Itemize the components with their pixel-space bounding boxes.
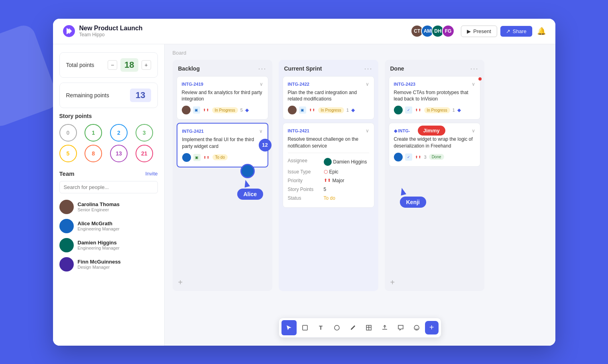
search-people-input[interactable] — [59, 181, 158, 193]
decrease-points-button[interactable]: − — [108, 60, 117, 70]
card-title: Plan the the card integration and relate… — [288, 89, 369, 103]
member-avatar — [59, 200, 74, 214]
card-intg-2421-sprint[interactable]: INTG-2421 ∨ Resolve timeout challenge on… — [283, 123, 374, 208]
card-badge: In Progress — [318, 107, 344, 113]
member-role: Senior Engineer — [78, 207, 120, 212]
card-badge: In Progress — [424, 107, 450, 113]
card-title: Remove CTAs from prototypes that lead ba… — [394, 89, 475, 103]
share-button[interactable]: ↗ Share — [500, 26, 532, 37]
notification-bell-icon[interactable]: 🔔 — [537, 27, 546, 35]
remaining-points-label: Remaining points — [66, 92, 109, 98]
remaining-points-card: Remaining points 13 — [59, 83, 158, 108]
story-points-grid: 0 1 2 3 5 8 13 21 — [59, 124, 158, 162]
tool-pen-button[interactable] — [345, 320, 360, 335]
card-footer: ▣ ⬆⬆ In Progress 5 ◆ — [182, 106, 263, 114]
card-avatar — [288, 106, 297, 114]
tool-table-button[interactable] — [361, 320, 376, 335]
tool-text-button[interactable]: T — [313, 320, 329, 335]
card-intg-2423[interactable]: INTG-2423 ∨ Remove CTAs from prototypes … — [389, 76, 480, 120]
sp-chip-8[interactable]: 8 — [85, 145, 102, 162]
detail-sp-row: Story Points 5 — [288, 185, 369, 194]
sp-chip-5[interactable]: 5 — [59, 145, 77, 162]
board-label: Board — [165, 44, 555, 58]
column-title-done: Done — [390, 65, 404, 72]
detail-priority-row: Priority ⬆⬆ Major — [288, 176, 369, 185]
detail-issue-row: Issue Type ⬡ Epic — [288, 167, 369, 176]
invite-button[interactable]: Invite — [145, 171, 157, 177]
card-intg-2422[interactable]: INTG-2422 ∨ Plan the the card integratio… — [283, 76, 374, 120]
card-title: Implement the final UI for the third par… — [182, 136, 263, 150]
add-card-done[interactable]: + — [385, 275, 484, 291]
column-title-current: Current Sprint — [284, 65, 322, 72]
add-card-backlog[interactable]: + — [173, 275, 272, 291]
card-id: INTG-2422 — [288, 82, 309, 87]
member-role: Design Manager — [78, 265, 121, 270]
detail-issue-label: Issue Type — [288, 169, 324, 175]
column-body-done: INTG-2423 ∨ Remove CTAs from prototypes … — [385, 76, 484, 275]
card-avatar — [182, 106, 191, 114]
card-priority-icon: ⬆⬆ — [203, 154, 210, 161]
card-intg-2419[interactable]: INTG-2419 ∨ Review and fix analytics for… — [177, 76, 268, 120]
avatar: FG — [442, 25, 455, 37]
detail-priority-label: Priority — [288, 178, 324, 183]
tool-emoji-button[interactable] — [409, 320, 424, 335]
column-header-current: Current Sprint ··· — [279, 60, 378, 76]
detail-status-value: To do — [324, 195, 335, 201]
member-role: Engineering Manager — [78, 246, 120, 250]
member-info: Finn McGuinness Design Manager — [78, 259, 121, 270]
card-num: 5 — [240, 108, 243, 112]
card-title: Create the widget to wrap the logic of d… — [394, 136, 475, 150]
card-priority-icon: ⬆⬆ — [309, 106, 316, 114]
card-badge: To do — [213, 154, 228, 160]
project-info: New Product Launch Team Hippo — [79, 25, 411, 37]
column-menu-backlog[interactable]: ··· — [258, 65, 266, 73]
column-menu-done[interactable]: ··· — [470, 65, 478, 73]
card-chevron[interactable]: ∨ — [472, 81, 475, 87]
points-control: − 18 + — [108, 58, 151, 72]
sp-chip-2[interactable]: 2 — [110, 124, 128, 142]
left-panel: Total points − 18 + Remaining points 13 … — [53, 44, 165, 346]
detail-priority-value: ⬆⬆ Major — [324, 178, 344, 183]
card-title: Review and fix analytics for third party… — [182, 89, 263, 103]
sp-chip-3[interactable]: 3 — [136, 124, 153, 142]
total-points-card: Total points − 18 + — [59, 52, 158, 78]
card-avatar — [182, 153, 191, 162]
cursor-indicator — [478, 77, 482, 81]
card-id: INTG-2421 — [288, 128, 309, 133]
column-done: Done ··· INTG-2423 ∨ Remove CTAs from pr… — [385, 60, 484, 291]
column-menu-current[interactable]: ··· — [364, 65, 372, 73]
team-member-2: Alice McGrath Engineering Manager — [59, 216, 158, 236]
card-diamond-icon: ◆ — [351, 107, 355, 113]
member-avatar — [59, 257, 74, 272]
increase-points-button[interactable]: + — [142, 60, 151, 70]
card-chevron[interactable]: ∨ — [260, 81, 263, 87]
card-type-icon: ▣ — [299, 106, 306, 114]
detail-status-row: Status To do — [288, 194, 369, 203]
tool-rectangle-button[interactable] — [297, 320, 313, 335]
sp-chip-21[interactable]: 21 — [136, 145, 153, 162]
sp-chip-0[interactable]: 0 — [59, 124, 77, 142]
card-priority-icon: ⬆⬆ — [415, 153, 422, 161]
card-footer: ▣ ⬆⬆ In Progress 1 ◆ — [288, 106, 369, 114]
team-member-3: Damien Higgins Engineering Manager — [59, 236, 158, 255]
app-logo — [63, 25, 75, 37]
card-chevron[interactable]: ∨ — [366, 81, 369, 87]
card-chevron[interactable]: ∨ — [259, 128, 263, 134]
present-button[interactable]: ▶ Present — [461, 26, 497, 37]
tool-circle-button[interactable] — [329, 320, 344, 335]
detail-sp-value: 5 — [324, 187, 327, 192]
toolbar: T + — [279, 318, 441, 338]
tool-select-button[interactable] — [281, 320, 297, 335]
card-chevron[interactable]: ∨ — [366, 128, 369, 134]
card-diamond-icon: ◆ — [245, 107, 249, 113]
tool-comment-button[interactable] — [393, 320, 408, 335]
sp-chip-1[interactable]: 1 — [85, 124, 102, 142]
tooltip-jimmy: Jimmy — [418, 126, 445, 136]
card-chevron[interactable]: ∨ — [472, 128, 475, 134]
sp-chip-13[interactable]: 13 — [110, 145, 128, 162]
tool-upload-button[interactable] — [377, 320, 392, 335]
card-intg-2421-backlog[interactable]: INTG-2421 ∨ Implement the final UI for t… — [177, 123, 268, 167]
toolbar-add-button[interactable]: + — [425, 321, 439, 334]
column-title-backlog: Backlog — [178, 65, 200, 72]
card-intg-done-2[interactable]: ◆ INTG- Jimmy ∨ Create the widget to wra… — [389, 123, 480, 167]
